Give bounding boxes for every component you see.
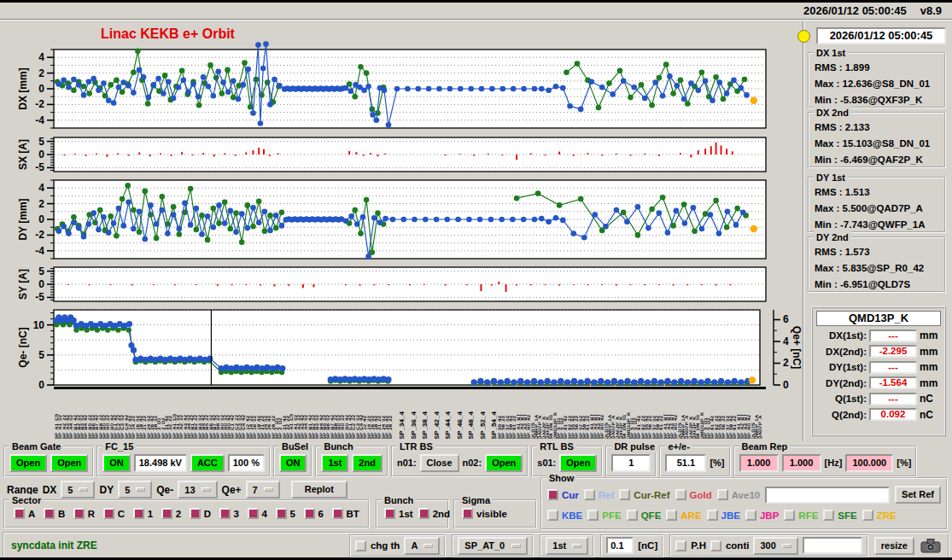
svg-text:2: 2 <box>38 67 44 79</box>
show-label: ZRE <box>877 510 897 521</box>
show-item-jbp: JBP <box>745 510 779 521</box>
sector-checkbox[interactable] <box>332 508 343 519</box>
rtl-s01-open-button[interactable]: Open <box>559 454 597 472</box>
sector-checkbox[interactable] <box>190 508 201 519</box>
show-checkbox[interactable] <box>862 510 873 521</box>
stats-row: Max : 12.636@S8_DN_01 <box>815 76 944 92</box>
show-item-gold: Gold <box>675 489 712 500</box>
ltr-n02-open-button[interactable]: Open <box>485 454 523 472</box>
show-checkbox[interactable] <box>547 510 558 521</box>
bpm-row-label: DX(1st): <box>815 330 867 341</box>
x-axis-label: SP_21_22 <box>143 391 146 439</box>
rtl-bs-label: RTL BS <box>537 440 576 452</box>
range-dx-select[interactable]: 5 <box>61 481 95 499</box>
fc15-percent-field[interactable]: 100 % <box>228 454 265 472</box>
set-ref-button[interactable]: Set Ref <box>895 486 941 504</box>
svg-text:2: 2 <box>38 198 44 210</box>
ltr-n01-close-button[interactable]: Close <box>420 454 459 472</box>
sector-checkbox[interactable] <box>161 508 172 519</box>
beam-rep-field-2[interactable]: 1.000 <box>782 454 821 472</box>
bpm-name-select[interactable]: QMD13P_K <box>816 311 941 326</box>
bpm-row-unit: mm <box>920 346 937 358</box>
beam-gate-label: Beam Gate <box>9 440 63 452</box>
x-axis-label: SP_36_4 <box>409 391 419 439</box>
replot-button[interactable]: Replot <box>291 481 348 499</box>
chg-th-checkbox[interactable] <box>355 540 366 551</box>
busel-label: BuSel <box>279 440 311 452</box>
bpm-detail-panel: QMD13P_K DX(1st):---mmDX(2nd):-2.295mmDY… <box>811 306 946 436</box>
bunch-checkbox[interactable] <box>384 508 395 519</box>
threshold-field[interactable] <box>606 537 634 554</box>
show-checkbox[interactable] <box>619 489 630 500</box>
x-axis-label: SP_A4_02 <box>69 391 73 439</box>
fc15-on-button[interactable]: ON <box>102 454 131 472</box>
sigma-checkbox[interactable] <box>462 508 473 519</box>
show-checkbox[interactable] <box>666 510 677 521</box>
range-qep-select[interactable]: 7 <box>246 481 280 499</box>
x-axis-label: SP_A1_C5 <box>289 391 293 439</box>
show-checkbox[interactable] <box>675 489 686 500</box>
fc15-kv-field[interactable]: 18.498 kV <box>134 454 187 472</box>
x-axis-label: SP_48_4 <box>466 391 476 439</box>
chg-th-select[interactable]: A <box>404 537 440 555</box>
sector-item-1: 1 <box>133 508 153 519</box>
sector-checkbox[interactable] <box>219 508 231 519</box>
stats-panel-dy-1st: DY 1stRMS : 1.513Max : 5.500@QAD7P_AMin … <box>808 177 946 233</box>
status-message: syncdata init ZRE <box>11 540 97 551</box>
bpm-row: DX(2nd):-2.295mm <box>815 345 942 358</box>
status-indicator-icon <box>797 30 810 43</box>
extra-field[interactable] <box>803 537 862 554</box>
show-checkbox[interactable] <box>547 489 558 500</box>
sector-checkbox[interactable] <box>304 508 315 519</box>
show-checkbox[interactable] <box>717 489 728 500</box>
dr-pulse-field[interactable]: 1 <box>611 454 651 472</box>
show-label: Ref <box>599 490 615 500</box>
beam-rep-field-1[interactable]: 1.000 <box>739 454 779 472</box>
show-item-sfe: SFE <box>823 510 856 521</box>
svg-text:0: 0 <box>38 213 44 225</box>
beam-gate-frame: Beam Gate Open Open <box>3 446 94 477</box>
fc15-acc-button[interactable]: ACC <box>190 454 225 472</box>
range-qem-select[interactable]: 13 <box>178 481 217 499</box>
x-axis-label: QAD7P_A <box>758 391 762 439</box>
camera-button[interactable] <box>920 538 941 553</box>
bunch-1st-button[interactable]: 1st <box>321 454 348 472</box>
points-select[interactable]: 300 <box>753 537 797 555</box>
beam-gate-open-button-1[interactable]: Open <box>9 454 47 472</box>
sector-checkbox[interactable] <box>14 508 25 519</box>
sector-checkbox[interactable] <box>248 508 259 519</box>
sector-checkbox[interactable] <box>276 508 287 519</box>
show-item-qfe: QFE <box>627 510 662 521</box>
show-checkbox[interactable] <box>745 510 756 521</box>
sector-checkbox[interactable] <box>73 508 85 519</box>
ref-file-input[interactable] <box>765 487 890 504</box>
menu-indicator-icon <box>511 544 521 548</box>
fc15-frame: FC_15 ON 18.498 kV ACC 100 % <box>96 446 271 477</box>
show-checkbox[interactable] <box>627 510 638 521</box>
ph-checkbox[interactable] <box>675 540 686 551</box>
svg-text:5: 5 <box>38 349 44 361</box>
sp-select[interactable]: SP_AT_0 <box>458 537 528 555</box>
busel-on-button[interactable]: ON <box>279 454 307 472</box>
sector-checkbox[interactable] <box>133 508 144 519</box>
svg-text:0: 0 <box>38 149 44 160</box>
conti-checkbox[interactable] <box>710 540 721 551</box>
epm-ratio-field[interactable]: 51.1 <box>665 454 706 472</box>
show-checkbox[interactable] <box>784 510 795 521</box>
chart-q: 1050Qe- [nC]6420Qe+ [nC] <box>0 303 803 394</box>
svg-text:-4: -4 <box>35 245 44 257</box>
sector-checkbox[interactable] <box>44 508 55 519</box>
bunch-checkbox[interactable] <box>418 508 429 519</box>
sector-checkbox[interactable] <box>103 508 114 519</box>
show-checkbox[interactable] <box>584 489 595 500</box>
show-checkbox[interactable] <box>823 510 834 521</box>
svg-text:-4: -4 <box>35 114 44 126</box>
beam-gate-open-button-2[interactable]: Open <box>50 454 88 472</box>
show-checkbox[interactable] <box>587 510 599 521</box>
beam-rep-percent-field[interactable]: 100.000 <box>845 454 893 472</box>
resize-button[interactable]: resize <box>874 537 914 555</box>
range-dy-select[interactable]: 5 <box>118 481 152 499</box>
show-checkbox[interactable] <box>707 510 718 521</box>
bunch-2nd-button[interactable]: 2nd <box>352 454 383 472</box>
statusbar-bunch-select[interactable]: 1st <box>546 537 588 555</box>
